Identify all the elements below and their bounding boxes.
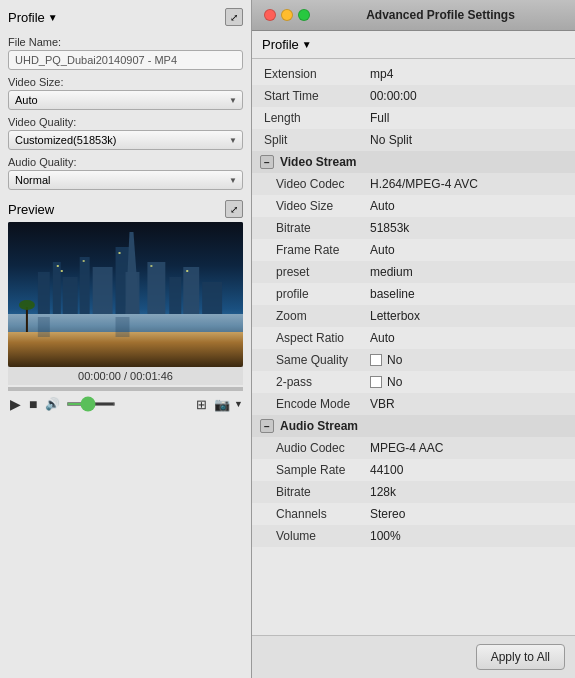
camera-dropdown-icon[interactable]: ▼ — [234, 399, 243, 409]
preview-image — [8, 222, 243, 367]
setting-row-video-codec: Video Codec H.264/MPEG-4 AVC — [252, 173, 575, 195]
setting-key-video-codec: Video Codec — [260, 177, 370, 191]
setting-value-encode-mode: VBR — [370, 397, 395, 411]
setting-row-bitrate: Bitrate 51853k — [252, 217, 575, 239]
play-button[interactable]: ▶ — [8, 396, 23, 412]
svg-rect-5 — [63, 277, 78, 314]
snapshot-icon[interactable]: ⊞ — [196, 397, 207, 412]
same-quality-text: No — [387, 353, 402, 367]
audio-stream-header: − Audio Stream — [252, 415, 575, 437]
expand-icon[interactable]: ⤢ — [225, 8, 243, 26]
left-profile-arrow-icon: ▼ — [48, 12, 58, 23]
svg-rect-12 — [169, 277, 181, 314]
preview-expand-icon[interactable]: ⤢ — [225, 200, 243, 218]
right-profile-label: Profile — [262, 37, 299, 52]
file-name-input[interactable] — [8, 50, 243, 70]
setting-row-encode-mode: Encode Mode VBR — [252, 393, 575, 415]
audio-quality-select[interactable]: Normal — [8, 170, 243, 190]
minimize-button[interactable] — [281, 9, 293, 21]
setting-value-sample-rate: 44100 — [370, 463, 403, 477]
svg-rect-18 — [119, 252, 121, 254]
right-profile-dropdown[interactable]: Profile ▼ — [262, 37, 565, 52]
video-size-label: Video Size: — [8, 76, 243, 88]
svg-rect-23 — [38, 317, 50, 337]
camera-icon[interactable]: 📷 — [214, 397, 230, 412]
svg-rect-24 — [116, 317, 130, 337]
video-quality-label: Video Quality: — [8, 116, 243, 128]
svg-rect-4 — [53, 262, 61, 314]
setting-value-bitrate: 51853k — [370, 221, 409, 235]
audio-stream-collapse-button[interactable]: − — [260, 419, 274, 433]
svg-rect-21 — [26, 307, 28, 332]
setting-value-2pass: No — [370, 375, 402, 389]
setting-row-split: Split No Split — [252, 129, 575, 151]
video-stream-label: Video Stream — [280, 155, 356, 169]
volume-button[interactable]: 🔊 — [43, 397, 62, 411]
svg-rect-17 — [83, 260, 85, 262]
video-size-select[interactable]: Auto — [8, 90, 243, 110]
setting-row-zoom: Zoom Letterbox — [252, 305, 575, 327]
setting-key-split: Split — [260, 133, 370, 147]
audio-stream-label: Audio Stream — [280, 419, 358, 433]
setting-row-frame-rate: Frame Rate Auto — [252, 239, 575, 261]
setting-key-volume: Volume — [260, 529, 370, 543]
right-panel: Advanced Profile Settings Profile ▼ Exte… — [252, 0, 575, 678]
2pass-text: No — [387, 375, 402, 389]
setting-value-audio-bitrate: 128k — [370, 485, 396, 499]
setting-value-channels: Stereo — [370, 507, 405, 521]
volume-slider[interactable] — [66, 402, 116, 406]
setting-value-frame-rate: Auto — [370, 243, 395, 257]
setting-key-video-size: Video Size — [260, 199, 370, 213]
svg-rect-2 — [8, 332, 243, 367]
settings-table: Extension mp4 Start Time 00:00:00 Length… — [252, 59, 575, 635]
setting-key-channels: Channels — [260, 507, 370, 521]
setting-value-video-codec: H.264/MPEG-4 AVC — [370, 177, 478, 191]
setting-value-audio-codec: MPEG-4 AAC — [370, 441, 443, 455]
audio-quality-field: Audio Quality: Normal — [8, 156, 243, 190]
setting-row-extension: Extension mp4 — [252, 63, 575, 85]
setting-value-preset: medium — [370, 265, 413, 279]
apply-to-all-button[interactable]: Apply to All — [476, 644, 565, 670]
setting-row-video-size: Video Size Auto — [252, 195, 575, 217]
setting-value-extension: mp4 — [370, 67, 393, 81]
video-size-field: Video Size: Auto — [8, 76, 243, 110]
video-quality-select[interactable]: Customized(51853k) — [8, 130, 243, 150]
setting-row-audio-codec: Audio Codec MPEG-4 AAC — [252, 437, 575, 459]
setting-row-start-time: Start Time 00:00:00 — [252, 85, 575, 107]
svg-rect-20 — [186, 270, 188, 272]
svg-rect-7 — [93, 267, 113, 314]
maximize-button[interactable] — [298, 9, 310, 21]
left-profile-label: Profile — [8, 10, 45, 25]
svg-rect-10 — [126, 272, 140, 314]
setting-key-bitrate: Bitrate — [260, 221, 370, 235]
same-quality-checkbox[interactable] — [370, 354, 382, 366]
setting-key-start-time: Start Time — [260, 89, 370, 103]
setting-key-length: Length — [260, 111, 370, 125]
video-quality-field: Video Quality: Customized(51853k) — [8, 116, 243, 150]
stop-button[interactable]: ■ — [27, 396, 39, 412]
svg-rect-19 — [150, 265, 152, 267]
setting-value-volume: 100% — [370, 529, 401, 543]
preview-section: Preview ⤢ — [8, 200, 243, 670]
setting-key-zoom: Zoom — [260, 309, 370, 323]
progress-bar[interactable] — [8, 387, 243, 391]
video-size-select-wrapper: Auto — [8, 90, 243, 110]
file-name-field: File Name: — [8, 36, 243, 70]
window-title: Advanced Profile Settings — [318, 8, 563, 22]
bottom-bar: Apply to All — [252, 635, 575, 678]
right-profile-arrow-icon: ▼ — [302, 39, 312, 50]
left-panel-header: Profile ▼ ⤢ — [8, 8, 243, 26]
setting-key-encode-mode: Encode Mode — [260, 397, 370, 411]
left-profile-dropdown[interactable]: Profile ▼ — [8, 10, 58, 25]
left-panel: Profile ▼ ⤢ File Name: Video Size: Auto … — [0, 0, 252, 678]
video-stream-collapse-button[interactable]: − — [260, 155, 274, 169]
svg-point-22 — [19, 300, 35, 310]
setting-key-extension: Extension — [260, 67, 370, 81]
2pass-checkbox[interactable] — [370, 376, 382, 388]
svg-rect-3 — [38, 272, 50, 314]
setting-key-aspect-ratio: Aspect Ratio — [260, 331, 370, 345]
close-button[interactable] — [264, 9, 276, 21]
setting-row-aspect-ratio: Aspect Ratio Auto — [252, 327, 575, 349]
preview-title: Preview — [8, 202, 54, 217]
setting-row-same-quality: Same Quality No — [252, 349, 575, 371]
